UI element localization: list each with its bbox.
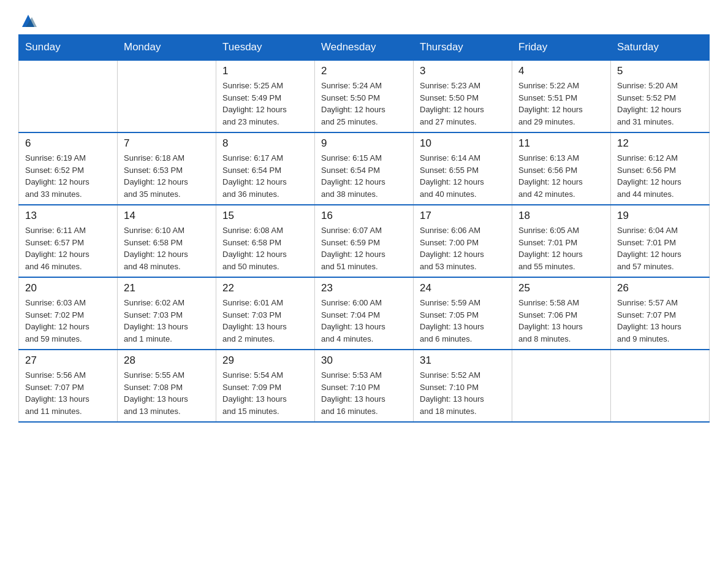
calendar-cell: 31Sunrise: 5:52 AM Sunset: 7:10 PM Dayli…: [414, 350, 512, 422]
day-number: 9: [321, 137, 407, 150]
day-info: Sunrise: 6:08 AM Sunset: 6:58 PM Dayligh…: [222, 224, 308, 272]
day-info: Sunrise: 5:24 AM Sunset: 5:50 PM Dayligh…: [321, 80, 407, 128]
calendar-week-5: 27Sunrise: 5:56 AM Sunset: 7:07 PM Dayli…: [19, 350, 710, 422]
calendar-week-4: 20Sunrise: 6:03 AM Sunset: 7:02 PM Dayli…: [19, 277, 710, 350]
day-info: Sunrise: 5:56 AM Sunset: 7:07 PM Dayligh…: [25, 369, 111, 417]
day-info: Sunrise: 5:25 AM Sunset: 5:49 PM Dayligh…: [222, 80, 308, 128]
calendar-cell: 21Sunrise: 6:02 AM Sunset: 7:03 PM Dayli…: [118, 277, 216, 350]
day-info: Sunrise: 6:04 AM Sunset: 7:01 PM Dayligh…: [617, 224, 703, 272]
day-number: 13: [25, 210, 111, 222]
calendar-cell: 18Sunrise: 6:05 AM Sunset: 7:01 PM Dayli…: [512, 205, 611, 277]
calendar-cell: [19, 60, 118, 132]
column-header-tuesday: Tuesday: [216, 35, 315, 61]
day-number: 1: [222, 65, 308, 77]
calendar-cell: 9Sunrise: 6:15 AM Sunset: 6:54 PM Daylig…: [315, 132, 414, 205]
day-number: 26: [617, 282, 703, 294]
column-header-thursday: Thursday: [414, 35, 512, 61]
day-info: Sunrise: 6:10 AM Sunset: 6:58 PM Dayligh…: [124, 224, 210, 272]
calendar-week-1: 1Sunrise: 5:25 AM Sunset: 5:49 PM Daylig…: [19, 60, 710, 132]
day-number: 20: [25, 282, 111, 294]
day-number: 16: [321, 210, 407, 222]
calendar-cell: [611, 350, 710, 422]
column-header-saturday: Saturday: [611, 35, 710, 61]
calendar-cell: 30Sunrise: 5:53 AM Sunset: 7:10 PM Dayli…: [315, 350, 414, 422]
day-info: Sunrise: 5:59 AM Sunset: 7:05 PM Dayligh…: [420, 297, 506, 345]
day-info: Sunrise: 5:54 AM Sunset: 7:09 PM Dayligh…: [222, 369, 308, 417]
day-info: Sunrise: 6:01 AM Sunset: 7:03 PM Dayligh…: [222, 297, 308, 345]
day-number: 15: [222, 210, 308, 222]
calendar-cell: 1Sunrise: 5:25 AM Sunset: 5:49 PM Daylig…: [216, 60, 315, 132]
calendar-table: SundayMondayTuesdayWednesdayThursdayFrid…: [18, 34, 710, 423]
calendar-week-3: 13Sunrise: 6:11 AM Sunset: 6:57 PM Dayli…: [19, 205, 710, 277]
calendar-cell: 12Sunrise: 6:12 AM Sunset: 6:56 PM Dayli…: [611, 132, 710, 205]
calendar-cell: 24Sunrise: 5:59 AM Sunset: 7:05 PM Dayli…: [414, 277, 512, 350]
column-header-monday: Monday: [118, 35, 216, 61]
day-number: 22: [222, 282, 308, 294]
day-number: 24: [420, 282, 506, 294]
day-info: Sunrise: 6:02 AM Sunset: 7:03 PM Dayligh…: [124, 297, 210, 345]
calendar-cell: 16Sunrise: 6:07 AM Sunset: 6:59 PM Dayli…: [315, 205, 414, 277]
day-number: 7: [124, 137, 210, 150]
calendar-header-row: SundayMondayTuesdayWednesdayThursdayFrid…: [19, 35, 710, 61]
day-info: Sunrise: 6:19 AM Sunset: 6:52 PM Dayligh…: [25, 152, 111, 200]
day-number: 5: [617, 65, 703, 77]
calendar-cell: 14Sunrise: 6:10 AM Sunset: 6:58 PM Dayli…: [118, 205, 216, 277]
calendar-cell: 8Sunrise: 6:17 AM Sunset: 6:54 PM Daylig…: [216, 132, 315, 205]
calendar-cell: 13Sunrise: 6:11 AM Sunset: 6:57 PM Dayli…: [19, 205, 118, 277]
calendar-cell: 4Sunrise: 5:22 AM Sunset: 5:51 PM Daylig…: [512, 60, 611, 132]
day-info: Sunrise: 5:52 AM Sunset: 7:10 PM Dayligh…: [420, 369, 506, 417]
day-number: 31: [420, 354, 506, 367]
day-info: Sunrise: 5:53 AM Sunset: 7:10 PM Dayligh…: [321, 369, 407, 417]
day-number: 27: [25, 354, 111, 367]
calendar-cell: 5Sunrise: 5:20 AM Sunset: 5:52 PM Daylig…: [611, 60, 710, 132]
calendar-cell: [512, 350, 611, 422]
day-info: Sunrise: 5:57 AM Sunset: 7:07 PM Dayligh…: [617, 297, 703, 345]
day-info: Sunrise: 5:58 AM Sunset: 7:06 PM Dayligh…: [518, 297, 604, 345]
day-info: Sunrise: 5:22 AM Sunset: 5:51 PM Dayligh…: [518, 80, 604, 128]
day-number: 11: [518, 137, 604, 150]
day-number: 10: [420, 137, 506, 150]
calendar-week-2: 6Sunrise: 6:19 AM Sunset: 6:52 PM Daylig…: [19, 132, 710, 205]
day-number: 8: [222, 137, 308, 150]
calendar-cell: 27Sunrise: 5:56 AM Sunset: 7:07 PM Dayli…: [19, 350, 118, 422]
day-info: Sunrise: 6:14 AM Sunset: 6:55 PM Dayligh…: [420, 152, 506, 200]
day-number: 17: [420, 210, 506, 222]
calendar-cell: 29Sunrise: 5:54 AM Sunset: 7:09 PM Dayli…: [216, 350, 315, 422]
calendar-cell: 23Sunrise: 6:00 AM Sunset: 7:04 PM Dayli…: [315, 277, 414, 350]
calendar-cell: 6Sunrise: 6:19 AM Sunset: 6:52 PM Daylig…: [19, 132, 118, 205]
calendar-cell: 26Sunrise: 5:57 AM Sunset: 7:07 PM Dayli…: [611, 277, 710, 350]
day-number: 14: [124, 210, 210, 222]
calendar-cell: 25Sunrise: 5:58 AM Sunset: 7:06 PM Dayli…: [512, 277, 611, 350]
day-info: Sunrise: 6:13 AM Sunset: 6:56 PM Dayligh…: [518, 152, 604, 200]
day-number: 29: [222, 354, 308, 367]
day-number: 12: [617, 137, 703, 150]
day-info: Sunrise: 5:20 AM Sunset: 5:52 PM Dayligh…: [617, 80, 703, 128]
column-header-wednesday: Wednesday: [315, 35, 414, 61]
calendar-cell: 7Sunrise: 6:18 AM Sunset: 6:53 PM Daylig…: [118, 132, 216, 205]
day-number: 25: [518, 282, 604, 294]
day-info: Sunrise: 6:12 AM Sunset: 6:56 PM Dayligh…: [617, 152, 703, 200]
logo: [18, 12, 37, 26]
day-number: 4: [518, 65, 604, 77]
day-number: 18: [518, 210, 604, 222]
day-info: Sunrise: 6:11 AM Sunset: 6:57 PM Dayligh…: [25, 224, 111, 272]
day-number: 19: [617, 210, 703, 222]
day-info: Sunrise: 6:17 AM Sunset: 6:54 PM Dayligh…: [222, 152, 308, 200]
calendar-cell: [118, 60, 216, 132]
column-header-friday: Friday: [512, 35, 611, 61]
calendar-cell: 11Sunrise: 6:13 AM Sunset: 6:56 PM Dayli…: [512, 132, 611, 205]
calendar-cell: 20Sunrise: 6:03 AM Sunset: 7:02 PM Dayli…: [19, 277, 118, 350]
day-number: 23: [321, 282, 407, 294]
calendar-cell: 22Sunrise: 6:01 AM Sunset: 7:03 PM Dayli…: [216, 277, 315, 350]
day-info: Sunrise: 6:15 AM Sunset: 6:54 PM Dayligh…: [321, 152, 407, 200]
calendar-cell: 2Sunrise: 5:24 AM Sunset: 5:50 PM Daylig…: [315, 60, 414, 132]
page-header: [18, 12, 710, 26]
day-number: 3: [420, 65, 506, 77]
calendar-cell: 19Sunrise: 6:04 AM Sunset: 7:01 PM Dayli…: [611, 205, 710, 277]
calendar-cell: 15Sunrise: 6:08 AM Sunset: 6:58 PM Dayli…: [216, 205, 315, 277]
day-info: Sunrise: 6:06 AM Sunset: 7:00 PM Dayligh…: [420, 224, 506, 272]
day-number: 2: [321, 65, 407, 77]
day-info: Sunrise: 6:00 AM Sunset: 7:04 PM Dayligh…: [321, 297, 407, 345]
calendar-cell: 3Sunrise: 5:23 AM Sunset: 5:50 PM Daylig…: [414, 60, 512, 132]
day-number: 6: [25, 137, 111, 150]
